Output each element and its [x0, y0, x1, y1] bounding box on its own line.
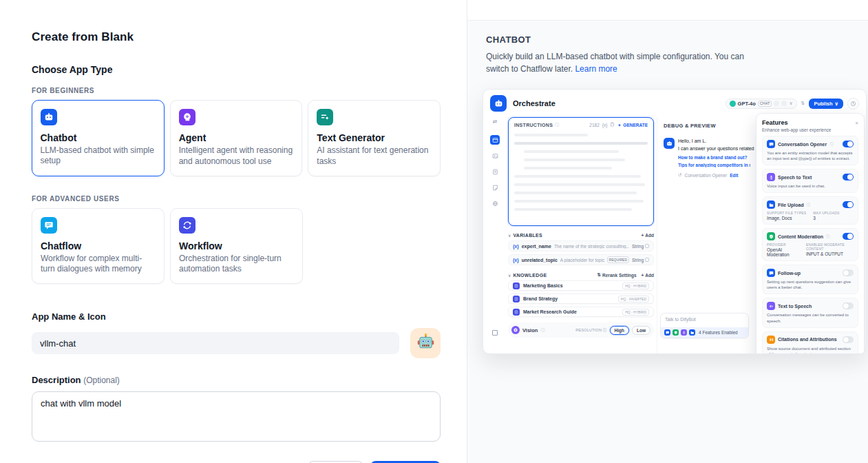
debug-preview-title: DEBUG & PREVIEW [664, 123, 750, 129]
app-icon-button[interactable] [410, 328, 441, 358]
resolution-low-option: Low [632, 326, 650, 335]
close-icon: × [855, 120, 858, 126]
generate-button: GENERATE [617, 123, 648, 127]
doc-nav-icon [490, 167, 500, 176]
required-badge: REQUIRED [607, 256, 629, 263]
swap-icon: ⇄ [493, 119, 498, 125]
feature-toggle [843, 233, 854, 240]
app-name-label: App Name & Icon [32, 311, 441, 322]
beginner-type-cards: Chatbot LLM-based chatbot with simple se… [32, 100, 441, 176]
chat-input: Talk to DifyBot 4 Features Enabled [660, 313, 749, 338]
vision-row: Vision ⓘ RESOLUTION ⓘ High Low [508, 322, 654, 338]
model-param-icon [781, 101, 787, 106]
skeleton-line [514, 208, 632, 211]
file-upload-icon [767, 200, 775, 209]
variables-section-header: ∨ VARIABLES + Add [508, 233, 654, 238]
chat-mode-badge: CHAT [758, 101, 772, 107]
variable-row: {x} unrelated_topic A placeholder for to… [508, 254, 654, 265]
description-label: Description (Optional) [32, 375, 441, 385]
knowledge-row: Marketing Basics HQ · HYBRID [508, 280, 654, 291]
skeleton-line [514, 200, 644, 203]
feature-toggle [843, 336, 854, 343]
feature-file-upload: File Upload ⓘ SUPPORT FILE TYPES Image, … [762, 196, 858, 225]
model-provider-icon [730, 101, 736, 107]
bot-avatar [664, 138, 675, 149]
app-type-card-text-generator[interactable]: Text Generator AI assistant for text gen… [308, 100, 441, 176]
instructions-panel: INSTRUCTIONS ⓘ 2182 {x} GENERATE [508, 117, 654, 226]
suggested-question: Tips for analyzing competitors in market [678, 163, 750, 167]
info-icon: ⓘ [807, 203, 811, 207]
info-icon: ⓘ [555, 122, 559, 128]
info-icon: ⓘ [829, 142, 834, 147]
retrieval-tag: HQ · INVERTED [618, 296, 649, 302]
knowledge-doc-icon [513, 309, 520, 316]
skeleton-line [514, 175, 641, 178]
app-type-preview-panel: CHATBOT Quickly build an LLM-based chatb… [467, 0, 868, 463]
add-knowledge-button: + Add [642, 273, 654, 278]
sliders-icon: ⇅ [597, 272, 601, 278]
feature-toggle [843, 201, 854, 208]
skeleton-line [514, 192, 637, 194]
rerank-settings-button: ⇅ Rerank Settings [597, 272, 637, 278]
add-variable-button: + Add [642, 233, 654, 238]
bot-message: Hello, I am L. I can answer your questio… [664, 138, 750, 178]
knowledge-row: Brand Strategy HQ · INVERTED [508, 294, 654, 304]
app-name-input[interactable] [32, 332, 399, 354]
feature-toggle [843, 269, 854, 276]
app-type-card-agent[interactable]: Agent Intelligent agent with reasoning a… [170, 100, 303, 176]
chatflow-icon [41, 217, 57, 234]
feature-toggle [843, 302, 854, 309]
page-title: Create from Blank [32, 30, 441, 44]
feature-speech-to-text: Speech to Text Voice input can be used i… [762, 169, 858, 193]
app-type-card-chatbot[interactable]: Chatbot LLM-based chatbot with simple se… [32, 100, 165, 176]
instructions-title: INSTRUCTIONS [514, 123, 553, 127]
preview-app-title: Orchestrate [513, 99, 555, 107]
chatbot-preview-image: Orchestrate GPT-4o CHAT ∨ ⇅ Publish ∨ [483, 89, 867, 354]
upload-feature-icon [689, 329, 695, 336]
feature-toggle [843, 174, 854, 181]
chevron-down-icon: ∨ [835, 101, 839, 107]
note-nav-icon [490, 183, 500, 192]
feature-toggle [843, 141, 854, 147]
robot-emoji-icon [416, 333, 435, 353]
conversation-opener-label: Conversation Opener [684, 173, 727, 178]
skeleton-line [524, 167, 612, 169]
info-icon: ⓘ [603, 328, 607, 332]
app-type-name: Chatflow [41, 240, 156, 251]
app-type-card-chatflow[interactable]: Chatflow Workflow for complex multi-turn… [32, 208, 165, 285]
app-type-desc: Orchestration for single-turn automation… [179, 254, 294, 276]
choose-app-type-heading: Choose App Type [32, 64, 441, 75]
create-form-panel: Create from Blank Choose App Type FOR BE… [0, 0, 467, 463]
moderation-feature-icon [673, 329, 679, 336]
features-panel: Features × Enhance web-app user experien… [756, 113, 865, 354]
description-optional-label: (Optional) [83, 375, 120, 385]
chat-input-placeholder: Talk to DifyBot [661, 313, 748, 327]
knowledge-doc-icon [513, 282, 520, 289]
bot-logo-icon [490, 95, 507, 112]
feature-conversation-opener: Conversation Opener ⓘ You are an entity … [762, 136, 858, 165]
chevron-down-icon: ∨ [789, 101, 792, 106]
collapse-icon [492, 330, 498, 336]
knowledge-row: Market Research Guide HQ · HYBRID [508, 307, 654, 317]
info-icon: ⓘ [826, 234, 830, 239]
variable-row: {x} expert_name The name of the strategi… [508, 240, 654, 251]
refresh-icon: ↺ [678, 172, 681, 178]
chevron-down-icon: ∨ [508, 233, 511, 238]
info-icon: ⓘ [540, 327, 544, 333]
clipboard-icon [610, 122, 615, 128]
text-generator-icon [317, 109, 333, 125]
feature-content-moderation: Content Moderation ⓘ PROVIDER OpenAI Mod… [762, 228, 858, 261]
skeleton-line [524, 158, 625, 161]
preview-sidebar-rail: ⇄ [483, 117, 507, 353]
description-input[interactable]: chat with vllm model [32, 391, 441, 442]
app-type-card-workflow[interactable]: Workflow Orchestration for single-turn a… [170, 208, 303, 285]
skeleton-line [514, 134, 588, 136]
agent-icon [179, 109, 195, 125]
app-type-desc: AI assistant for text generation tasks [317, 145, 432, 167]
learn-more-link[interactable]: Learn more [575, 64, 617, 74]
opener-feature-icon [664, 329, 670, 336]
for-advanced-users-label: FOR ADVANCED USERS [32, 195, 441, 203]
features-enabled-bar: 4 Features Enabled [661, 327, 748, 338]
resolution-label: RESOLUTION ⓘ [575, 328, 606, 333]
sliders-icon: ⇅ [801, 101, 805, 106]
